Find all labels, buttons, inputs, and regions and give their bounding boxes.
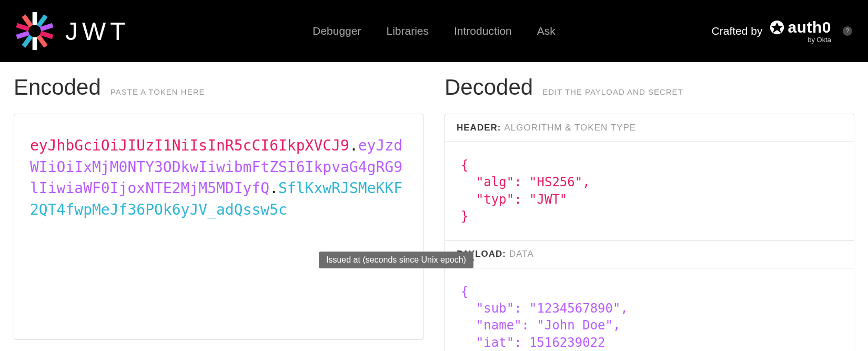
decoded-header-label: HEADER:ALGORITHM & TOKEN TYPE — [445, 114, 854, 142]
decoded-panel: HEADER:ALGORITHM & TOKEN TYPE { "alg": "… — [445, 114, 854, 351]
encoded-token-input[interactable]: eyJhbGciOiJIUzI1NiIsInR5cCI6IkpXVCJ9.eyJ… — [14, 114, 423, 340]
encoded-hint: PASTE A TOKEN HERE — [110, 87, 205, 96]
auth0-shield-icon — [770, 20, 784, 35]
logo-group[interactable]: JWT — [16, 12, 130, 50]
help-icon[interactable]: ? — [843, 26, 852, 36]
crafted-by: Crafted by auth0 by Okta ? — [712, 19, 852, 43]
by-okta: by Okta — [808, 36, 831, 43]
nav-debugger[interactable]: Debugger — [312, 25, 361, 37]
app-header: JWT Debugger Libraries Introduction Ask … — [0, 0, 868, 62]
token-dot: . — [269, 179, 278, 197]
svg-rect-5 — [33, 37, 37, 50]
encoded-column: Encoded PASTE A TOKEN HERE eyJhbGciOiJIU… — [14, 75, 423, 351]
decoded-title: Decoded — [445, 75, 533, 100]
auth0-text: auth0 — [788, 19, 831, 35]
nav-introduction[interactable]: Introduction — [454, 25, 512, 37]
auth0-logo[interactable]: auth0 by Okta — [770, 19, 831, 43]
token-dot: . — [349, 137, 358, 154]
token-header-segment: eyJhbGciOiJIUzI1NiIsInR5cCI6IkpXVCJ9 — [30, 137, 349, 154]
iat-tooltip: Issued at (seconds since Unix epoch) — [319, 252, 473, 268]
svg-rect-0 — [33, 12, 37, 25]
main-content: Encoded PASTE A TOKEN HERE eyJhbGciOiJIU… — [0, 62, 868, 351]
jwt-logo-text: JWT — [65, 17, 130, 46]
decoded-payload-editor[interactable]: { "sub": "1234567890", "name": "John Doe… — [445, 268, 854, 351]
jwt-logo-icon — [16, 12, 54, 50]
decoded-column: Decoded EDIT THE PAYLOAD AND SECRET HEAD… — [445, 75, 854, 351]
decoded-header-editor[interactable]: { "alg": "HS256", "typ": "JWT" } — [445, 142, 854, 240]
nav-libraries[interactable]: Libraries — [386, 25, 429, 37]
crafted-by-label: Crafted by — [712, 25, 763, 37]
decoded-hint: EDIT THE PAYLOAD AND SECRET — [542, 87, 683, 96]
main-nav: Debugger Libraries Introduction Ask — [312, 25, 556, 37]
decoded-payload-label: PAYLOAD:DATA — [445, 240, 854, 268]
nav-ask[interactable]: Ask — [537, 25, 556, 37]
encoded-title: Encoded — [14, 75, 101, 100]
